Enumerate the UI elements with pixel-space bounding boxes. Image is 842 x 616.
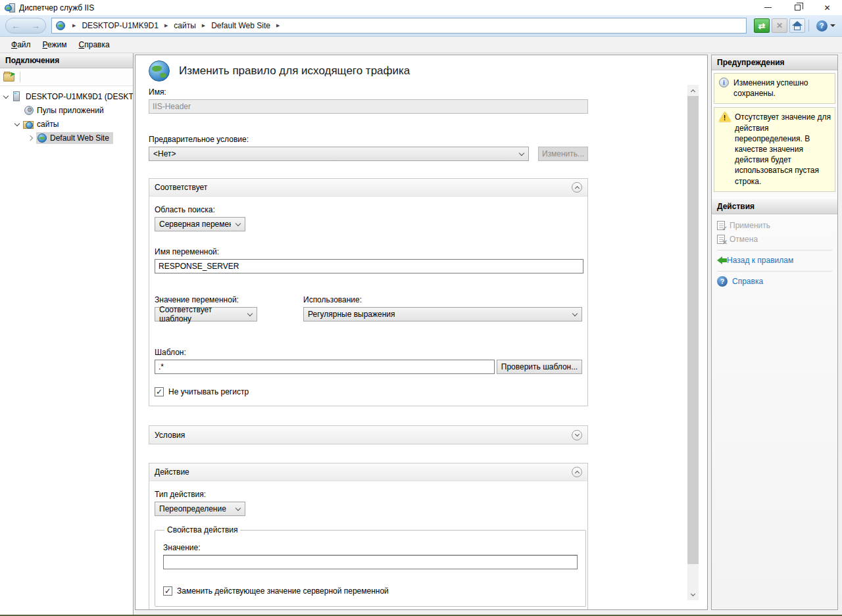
replace-value-label: Заменить действующее значение серверной … [177,586,389,596]
breadcrumb-site[interactable]: Default Web Site [211,21,270,30]
breadcrumb-server[interactable]: DESKTOP-U1MK9D1 [82,21,158,30]
apply-icon: ✓ [717,221,725,230]
name-field[interactable]: IIS-Header [149,99,588,114]
usage-select[interactable]: Регулярные выражения [303,307,582,321]
back-arrow-icon [717,256,722,264]
actions-list: ✓ Применить ✕ Отмена Назад к правилам ? … [712,214,837,293]
action-section-title: Действие [155,467,189,477]
menu-view[interactable]: Режим [37,37,73,52]
match-section: Соответствует Область поиска: Серверная … [149,178,588,406]
connections-panel: Подключения ➤ DESKTOP-U1MK9D1 (DESKTOP П… [0,53,134,615]
apply-button[interactable]: ✓ Применить [717,219,832,233]
address-toolbar: ⇄ ✕ ? [752,18,837,33]
menu-file[interactable]: Файл [5,37,37,52]
stop-button[interactable]: ✕ [772,18,787,33]
save-connection-icon[interactable]: ➤ [3,73,14,82]
menu-help[interactable]: Справка [73,37,116,52]
page-title: Изменить правило для исходящего трафика [179,64,410,78]
minimize-button[interactable] [753,0,783,15]
usage-value: Регулярные выражения [308,310,395,319]
precondition-value: <Нет> [153,149,176,158]
home-button[interactable] [789,18,805,33]
close-button[interactable]: ✕ [812,0,842,15]
action-type-label: Тип действия: [155,490,582,499]
chevron-down-icon [235,506,241,511]
main-content: Подключения ➤ DESKTOP-U1MK9D1 (DESKTOP П… [0,53,842,615]
scope-value: Серверная переменн [159,220,231,229]
breadcrumb-sites[interactable]: сайты [174,21,196,30]
action-type-select[interactable]: Переопределение [155,502,245,516]
cancel-button[interactable]: ✕ Отмена [717,233,832,247]
address-breadcrumb[interactable]: ▶ DESKTOP-U1MK9D1 ▶ сайты ▶ Default Web … [51,18,747,34]
alert-warning: ! Отсутствует значение для действия пере… [714,107,835,191]
help-label: Справка [732,277,763,286]
vertical-scrollbar[interactable] [687,85,699,600]
action-properties-legend: Свойства действия [164,525,240,534]
variable-name-label: Имя переменной: [155,247,582,256]
pattern-field[interactable]: .* [155,360,495,374]
test-pattern-button[interactable]: Проверить шаблон... [497,360,582,374]
breadcrumb-separator-icon: ▶ [72,23,76,28]
app-pools-icon [24,106,34,115]
tree-item-label: сайты [37,120,59,129]
action-properties-group: Свойства действия Значение: ✓ Заменить д… [155,525,586,607]
iis-app-icon [5,3,15,13]
tree-item-sites[interactable]: сайты [0,117,133,131]
back-button[interactable]: ← [11,21,20,30]
edit-precondition-button[interactable]: Изменить... [538,147,588,161]
breadcrumb-separator-icon: ▶ [164,23,168,28]
chevron-up-icon [691,89,695,93]
chevron-down-icon [519,151,524,156]
precondition-label: Предварительное условие: [149,135,589,144]
expander-down-icon[interactable] [14,120,20,126]
collapse-button[interactable] [572,182,582,193]
sites-folder-icon [23,121,34,129]
rule-edit-panel: Изменить правило для исходящего трафика … [135,55,708,610]
scrollbar-thumb[interactable] [687,96,699,564]
forward-button[interactable]: → [31,21,40,30]
tree-item-label: Пулы приложений [37,106,104,115]
conditions-section-title: Условия [155,431,185,440]
chevron-down-icon [830,24,835,27]
help-menu-button[interactable]: ? [814,18,837,33]
help-link[interactable]: ? Справка [717,275,832,289]
navigation-pill: ← → [5,18,46,34]
value-match-select[interactable]: Соответствует шаблону [155,307,257,321]
precondition-select[interactable]: <Нет> [149,147,529,161]
scroll-down-button[interactable] [687,589,699,600]
chevron-down-icon [691,591,695,596]
value-field[interactable] [163,555,578,569]
tree-item-label: Default Web Site [50,133,109,143]
ignore-case-checkbox[interactable]: ✓ [155,387,164,396]
tree-item-default-web-site[interactable]: Default Web Site [0,131,133,145]
stop-icon: ✕ [776,21,783,30]
scope-label: Область поиска: [155,205,582,214]
address-band: ← → ▶ DESKTOP-U1MK9D1 ▶ сайты ▶ Default … [0,15,842,37]
replace-value-checkbox[interactable]: ✓ [163,586,172,596]
back-to-rules-link[interactable]: Назад к правилам [717,254,832,268]
expander-right-icon[interactable] [28,135,33,140]
chevron-up-icon [574,471,579,475]
name-label: Имя: [149,87,589,97]
scope-select[interactable]: Серверная переменн [155,217,245,231]
match-section-title: Соответствует [155,183,207,192]
conditions-section: Условия [149,425,588,444]
collapse-button[interactable] [572,467,582,477]
value-label: Значение: [163,543,578,552]
action-section: Действие Тип действия: Переопределение С… [149,463,588,610]
chevron-up-icon [574,186,579,191]
globe-icon [56,21,65,30]
alerts-header: Предупреждения [712,55,837,70]
variable-name-field[interactable]: RESPONSE_SERVER [155,259,583,273]
scroll-up-button[interactable] [687,85,699,96]
check-icon: ✓ [164,587,171,595]
restore-button[interactable] [783,0,812,15]
refresh-button[interactable]: ⇄ [754,18,770,33]
tree-item-app-pools[interactable]: Пулы приложений [0,103,133,117]
tree-item-server[interactable]: DESKTOP-U1MK9D1 (DESKTOP [0,89,133,103]
breadcrumb-separator-icon: ▶ [276,23,280,28]
expander-down-icon[interactable] [3,93,9,98]
info-icon: i [719,78,729,87]
connections-tree: DESKTOP-U1MK9D1 (DESKTOP Пулы приложений… [0,86,133,615]
expand-button[interactable] [572,430,582,440]
